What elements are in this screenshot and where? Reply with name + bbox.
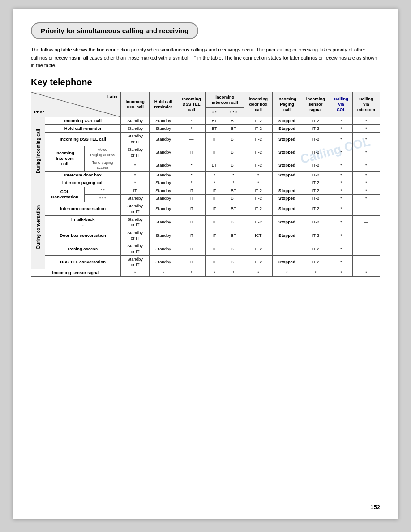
table-row: Intercom door box * Standby * * * * Stop… <box>31 171 380 179</box>
header-incoming-dss: IncomingDSS TELcall <box>177 92 206 117</box>
later-label: Later <box>107 94 118 99</box>
header-incoming-col: IncomingCOL call <box>121 92 150 117</box>
header-star3: * * * <box>223 108 244 117</box>
during-conversation-label: During conversation <box>31 187 45 269</box>
prior-intercom-tone: Tone pagingaccess <box>85 159 121 171</box>
priority-table: Later Prior IncomingCOL call Hold callre… <box>31 92 380 277</box>
prior-intercom-conv: Intercom conversation <box>45 202 121 216</box>
table-row: Intercom conversation Standbyor IT Stand… <box>31 202 380 216</box>
prior-intercom: IncomingIntercomcall <box>45 146 85 172</box>
table-row: Hold call reminder Standby Standby * BT … <box>31 125 380 133</box>
header-calling-intercom: Callingviaintercom <box>352 92 380 117</box>
header-star2: * * <box>206 108 223 117</box>
prior-dss-tel: Incoming DSS TEL call <box>45 133 121 146</box>
table-row: During conversation COLConversation * * … <box>31 187 380 194</box>
prior-hold-call: Hold call reminder <box>45 125 121 133</box>
header-hold-call: Hold callreminder <box>150 92 177 117</box>
table-row: During incoming call Incoming COL call S… <box>31 117 380 124</box>
prior-dss-conv: DSS TEL conversation <box>45 256 121 269</box>
page-title: Priority for simultaneous calling and re… <box>31 22 198 39</box>
prior-incoming-col: Incoming COL call <box>45 117 121 124</box>
col-star3: * * * <box>85 194 121 202</box>
intro-paragraph: The following table shows the line conne… <box>31 46 380 70</box>
prior-paging-call: Intercom paging call <box>45 179 121 187</box>
page-number: 152 <box>370 504 380 511</box>
priority-table-wrapper: Later Prior IncomingCOL call Hold callre… <box>31 92 380 277</box>
header-calling-col: CallingviaCOL <box>330 92 352 117</box>
prior-pasing: Pasing access <box>45 242 121 256</box>
prior-later-header: Later Prior <box>31 92 121 117</box>
prior-talk-back: In talk-back- <box>45 216 121 229</box>
col-star2: * * <box>85 187 121 194</box>
header-incoming-door: incomingdoor boxcall <box>244 92 273 117</box>
table-row: Door box conversation Standbyor IT Stand… <box>31 229 380 242</box>
during-incoming-label: During incoming call <box>31 117 45 187</box>
prior-door-box: Intercom door box <box>45 171 121 179</box>
table-row: DSS TEL conversation Standbyor IT Standb… <box>31 256 380 269</box>
table-row: Pasing access Standbyor IT Standby IT IT… <box>31 242 380 256</box>
header-incoming-intercom: incomingintercom call <box>206 92 244 107</box>
prior-col-conversation: COLConversation <box>45 187 85 202</box>
prior-intercom-voice: VoicePaging access <box>85 146 121 159</box>
table-row: Intercom paging call * Standby * * * * —… <box>31 179 380 187</box>
prior-label: Prior <box>34 109 44 115</box>
table-row: Incoming sensor signal * * * * * * * * *… <box>31 269 380 276</box>
table-row: Incoming DSS TEL call Standbyor IT Stand… <box>31 133 380 146</box>
table-row: In talk-back- Standbyor IT Standby IT IT… <box>31 216 380 229</box>
prior-door-conv: Door box conversation <box>45 229 121 242</box>
prior-sensor: Incoming sensor signal <box>31 269 121 276</box>
header-incoming-sensor: incomingsensorsignal <box>301 92 330 117</box>
table-row: IncomingIntercomcall VoicePaging access … <box>31 146 380 159</box>
header-incoming-paging: incomingPagingcall <box>273 92 301 117</box>
section-title: Key telephone <box>31 77 380 87</box>
page: Priority for simultaneous calling and re… <box>13 9 398 519</box>
